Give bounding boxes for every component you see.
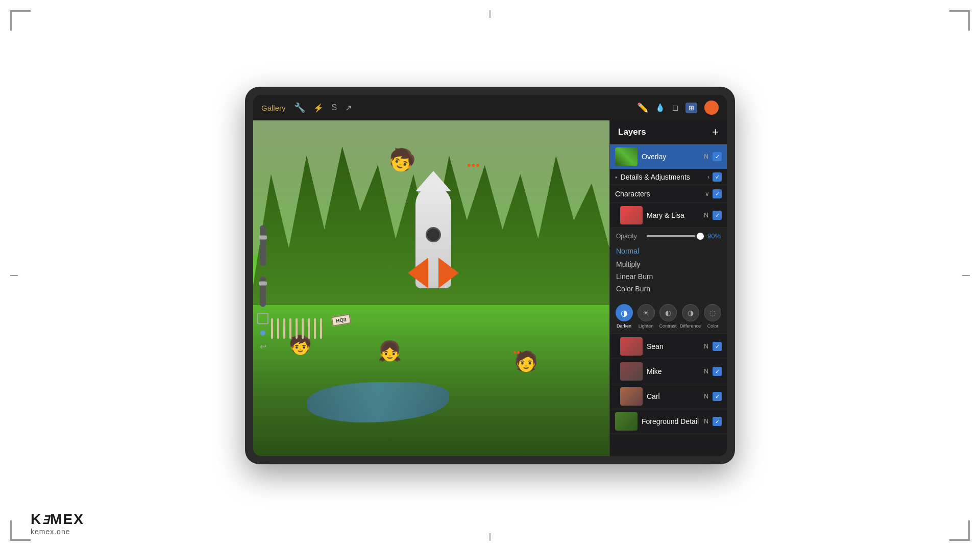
scene-artwork: 🧒 🧒 👧 🧑 HQ3	[253, 120, 609, 456]
layer-item-foreground[interactable]: Foreground Detail N	[610, 409, 727, 434]
layer-blend-mike: N	[704, 368, 708, 375]
layer-checkbox-overlay[interactable]	[713, 152, 722, 161]
layer-checkbox-details[interactable]	[713, 172, 722, 182]
tick-bottom	[489, 533, 491, 541]
toolbar: Gallery 🔧 ⚡ S ↗ ✏️ 💧 ◻ ⊞	[253, 95, 727, 120]
layer-thumbnail-mike	[620, 362, 643, 381]
tick-top	[489, 10, 491, 18]
user-avatar[interactable]	[704, 101, 719, 115]
layer-blend-mary-lisa: N	[704, 212, 708, 219]
tick-left	[10, 275, 18, 276]
layer-item-mary-lisa[interactable]: Mary & Lisa N	[610, 203, 727, 228]
eraser-icon[interactable]: ◻	[672, 103, 678, 112]
corner-tr	[949, 10, 970, 31]
color-dot[interactable]	[260, 331, 265, 336]
blend-mode-multiply[interactable]: Multiply	[616, 258, 721, 270]
darken-symbol: ◑	[621, 308, 628, 318]
group-arrow-details[interactable]: ›	[707, 173, 709, 181]
main-content: 🧒 🧒 👧 🧑 HQ3	[253, 120, 727, 456]
layers-header: Layers +	[610, 120, 727, 144]
layer-checkbox-foreground[interactable]	[713, 417, 722, 426]
opacity-handle	[259, 282, 267, 286]
adjust-icon[interactable]: ⚡	[313, 103, 324, 113]
blend-mode-color-burn[interactable]: Color Burn	[616, 283, 721, 295]
layer-name-carl: Carl	[647, 392, 700, 400]
corner-bl	[10, 520, 31, 541]
tick-right	[962, 275, 970, 276]
blend-icon-contrast[interactable]: ◐ Contrast	[658, 304, 678, 329]
layer-item-carl[interactable]: Carl N	[610, 384, 727, 409]
blend-icon-lighten[interactable]: ☀ Lighten	[636, 304, 656, 329]
scene-rocket	[403, 171, 464, 314]
eyedropper-icon[interactable]: 💧	[655, 103, 665, 112]
logo-k: K	[31, 511, 42, 527]
arrow-icon[interactable]: ↗	[345, 103, 352, 113]
layer-item-overlay[interactable]: Overlay N	[610, 144, 727, 169]
corner-tl	[10, 10, 31, 31]
layers-icon[interactable]: ⊞	[685, 103, 697, 113]
layer-checkbox-mary-lisa[interactable]	[713, 211, 722, 220]
toolbar-right: ✏️ 💧 ◻ ⊞	[637, 101, 719, 115]
layer-thumbnail-sean	[620, 337, 643, 356]
layers-add-button[interactable]: +	[712, 127, 719, 138]
blend-mode-normal[interactable]: Normal	[616, 244, 721, 258]
ipad-screen: Gallery 🔧 ⚡ S ↗ ✏️ 💧 ◻ ⊞	[253, 95, 727, 456]
fruits-top: ●●●	[467, 161, 480, 169]
brush-icon[interactable]: ✏️	[637, 102, 648, 113]
difference-label: Difference	[680, 323, 701, 329]
layers-title: Layers	[618, 127, 646, 137]
toolbar-left: Gallery 🔧 ⚡ S ↗	[261, 102, 629, 113]
lighten-circle: ☀	[638, 304, 655, 321]
blend-icon-color[interactable]: ◌ Color	[703, 304, 723, 329]
layer-item-mike[interactable]: Mike N	[610, 359, 727, 384]
corner-br	[949, 520, 970, 541]
contrast-label: Contrast	[659, 323, 677, 329]
opacity-slider-fill	[647, 235, 695, 237]
layer-checkbox-carl[interactable]	[713, 392, 722, 401]
undo-button[interactable]: ↩	[260, 342, 266, 352]
characters-label: Characters	[615, 190, 702, 198]
blend-mode-linear-burn[interactable]: Linear Burn	[616, 270, 721, 283]
blend-icon-darken[interactable]: ◑ Darken	[614, 304, 634, 329]
logo-mex: MEX	[50, 511, 84, 527]
wrench-icon[interactable]: 🔧	[294, 102, 305, 113]
layer-group-characters[interactable]: Characters ∨	[610, 185, 727, 203]
opacity-slider-track[interactable]	[647, 235, 700, 237]
difference-circle: ◑	[682, 304, 699, 321]
slider-handle	[259, 236, 267, 240]
gallery-button[interactable]: Gallery	[261, 104, 286, 112]
layer-checkbox-sean[interactable]	[713, 342, 722, 351]
outer-frame: K∃MEX kemex.one Gallery 🔧 ⚡ S ↗ ✏️ 💧 ◻ ⊞	[0, 0, 980, 551]
layer-name-foreground: Foreground Detail	[642, 417, 700, 425]
layer-thumbnail-foreground	[615, 412, 638, 431]
opacity-slider-control[interactable]	[260, 277, 266, 307]
layer-blend-carl: N	[704, 393, 708, 400]
layer-thumbnail-mary-lisa	[620, 206, 643, 224]
layer-item-sean[interactable]: Sean N	[610, 334, 727, 359]
character-center: 👧	[378, 340, 402, 362]
smudge-icon[interactable]: S	[332, 103, 337, 112]
blend-icons-row: ◑ Darken ☀ Lighten	[610, 299, 727, 334]
layer-name-overlay: Overlay	[642, 153, 700, 161]
difference-symbol: ◑	[688, 309, 694, 317]
canvas-area[interactable]: 🧒 🧒 👧 🧑 HQ3	[253, 120, 609, 456]
darken-label: Darken	[617, 323, 631, 329]
layer-blend-foreground: N	[704, 418, 708, 425]
color-square[interactable]	[257, 313, 268, 324]
lighten-label: Lighten	[639, 323, 654, 329]
layer-name-mike: Mike	[647, 367, 700, 375]
layer-checkbox-characters[interactable]	[713, 189, 722, 198]
color-circle: ◌	[704, 304, 721, 321]
layer-name-sean: Sean	[647, 342, 700, 350]
left-tools: ↩	[257, 226, 268, 352]
blend-icon-difference[interactable]: ◑ Difference	[680, 304, 701, 329]
characters-arrow[interactable]: ∨	[705, 190, 709, 197]
logo-text: K∃MEX	[31, 511, 84, 528]
brush-size-slider[interactable]	[260, 226, 266, 266]
layer-thumbnail-carl	[620, 387, 643, 406]
lighten-symbol: ☀	[643, 309, 649, 317]
layer-group-details[interactable]: ▪ Details & Adjustments ›	[610, 169, 727, 185]
layer-blend-sean: N	[704, 343, 708, 350]
layer-checkbox-mike[interactable]	[713, 367, 722, 376]
group-name-details: Details & Adjustments	[621, 173, 704, 181]
